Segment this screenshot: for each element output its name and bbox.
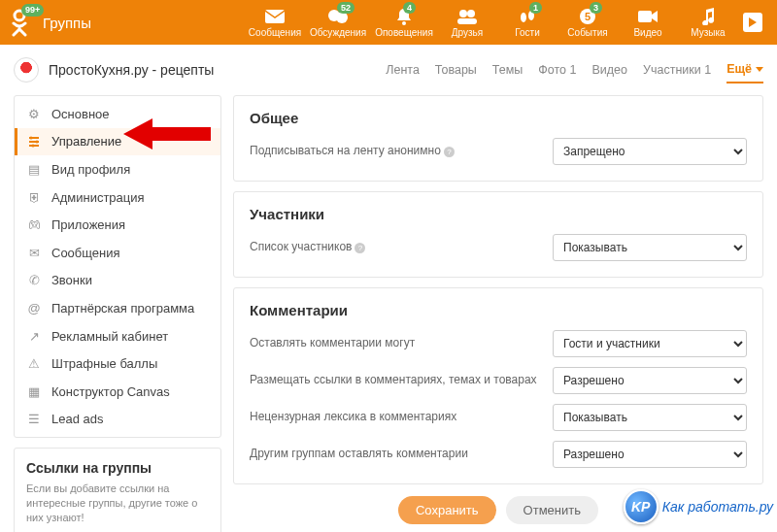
sidebar-item-lead-ads[interactable]: ☰Lead ads <box>15 406 220 434</box>
play-icon <box>743 13 762 32</box>
tab-more[interactable]: Ещё <box>726 56 763 83</box>
phone-icon: ✆ <box>26 273 42 288</box>
top-bar: 99+ Группы Сообщения 52 Обсуждения 4 Опо… <box>0 0 777 45</box>
sidebar-item-ads[interactable]: ↗Рекламный кабинет <box>15 322 220 350</box>
envelope-icon: ✉ <box>26 245 42 260</box>
list-icon: ☰ <box>26 412 42 427</box>
row-members-list: Список участников? Показывать <box>250 234 747 261</box>
sidebar-item-admin[interactable]: ⛨Администрация <box>15 183 220 212</box>
sidebar-item-partner[interactable]: @Партнёрская программа <box>15 294 220 322</box>
svg-point-13 <box>29 136 32 139</box>
svg-text:5: 5 <box>585 11 591 22</box>
tab-feed[interactable]: Лента <box>386 57 420 83</box>
header-section-label[interactable]: Группы <box>43 15 91 31</box>
alerts-count: 4 <box>403 2 416 14</box>
tab-products[interactable]: Товары <box>435 57 477 83</box>
nav-messages[interactable]: Сообщения <box>245 0 305 45</box>
tab-video[interactable]: Видео <box>591 57 627 83</box>
svg-point-5 <box>459 10 467 17</box>
row-links-in-comments: Размещать ссылки в комментариях, темах и… <box>250 367 747 394</box>
watermark-text: Как работать.ру <box>662 499 773 515</box>
sidebar-item-penalty[interactable]: ⚠Штрафные баллы <box>15 349 220 378</box>
other-groups-select[interactable]: Разрешено <box>553 441 747 468</box>
sliders-icon <box>26 134 42 150</box>
section-members: Участники Список участников? Показывать <box>233 191 763 278</box>
links-in-comments-label: Размещать ссылки в комментариях, темах и… <box>250 373 553 388</box>
group-title[interactable]: ПростоКухня.ру - рецепты <box>49 62 214 78</box>
members-list-select[interactable]: Показывать <box>553 234 747 261</box>
who-comments-label: Оставлять комментарии могут <box>250 336 553 351</box>
cancel-button[interactable]: Отменить <box>506 496 598 524</box>
svg-rect-12 <box>638 11 652 22</box>
row-anon-subscribe: Подписываться на ленту анонимно? Запреще… <box>250 138 747 165</box>
sidebar: ⚙Основное Управление ▤Вид профиля ⛨Админ… <box>14 95 221 532</box>
svg-point-6 <box>467 10 475 17</box>
profanity-select[interactable]: Показывать <box>553 404 747 431</box>
nav-play[interactable] <box>738 0 767 45</box>
ok-logo-icon: 99+ <box>10 8 31 37</box>
nav-music[interactable]: Музыка <box>678 0 738 45</box>
guests-count: 1 <box>529 2 542 14</box>
links-desc: Если вы добавите ссылки на интересные гр… <box>26 482 209 525</box>
document-icon: ▤ <box>26 161 42 177</box>
links-in-comments-select[interactable]: Разрешено <box>553 367 747 394</box>
subheader: ПростоКухня.ру - рецепты Лента Товары Те… <box>0 45 777 91</box>
content-columns: ⚙Основное Управление ▤Вид профиля ⛨Админ… <box>0 91 777 532</box>
nav-video[interactable]: Видео <box>618 0 678 45</box>
events-count: 3 <box>590 2 602 14</box>
sidebar-item-profile-view[interactable]: ▤Вид профиля <box>15 155 220 183</box>
nav-discussions[interactable]: 52 Обсуждения <box>305 0 371 45</box>
envelope-icon <box>264 8 286 25</box>
music-note-icon <box>697 8 719 25</box>
svg-point-15 <box>31 144 34 147</box>
sidebar-menu: ⚙Основное Управление ▤Вид профиля ⛨Админ… <box>14 95 221 438</box>
sidebar-item-management[interactable]: Управление <box>15 128 220 156</box>
help-icon[interactable]: ? <box>355 243 365 253</box>
gear-icon: ⚙ <box>26 106 42 121</box>
general-title: Общее <box>250 110 747 126</box>
anon-subscribe-label: Подписываться на ленту анонимно? <box>250 144 553 159</box>
tab-topics[interactable]: Темы <box>492 57 523 83</box>
controller-icon: 🎮︎ <box>26 217 42 233</box>
members-title: Участники <box>250 206 747 222</box>
tab-photos[interactable]: Фото 1 <box>538 57 576 83</box>
svg-point-14 <box>35 140 38 143</box>
main-content: Общее Подписываться на ленту анонимно? З… <box>233 95 763 530</box>
svg-point-8 <box>521 13 526 22</box>
people-icon <box>456 8 478 25</box>
profanity-label: Нецензурная лексика в комментариях <box>250 410 553 425</box>
svg-rect-7 <box>457 18 477 24</box>
sidebar-item-canvas[interactable]: ▦Конструктор Canvas <box>15 378 220 406</box>
top-nav: Сообщения 52 Обсуждения 4 Оповещения Дру… <box>245 0 767 45</box>
camera-icon <box>637 8 659 25</box>
sidebar-item-main[interactable]: ⚙Основное <box>15 100 220 128</box>
logo-badge: 99+ <box>21 4 44 17</box>
row-other-groups: Другим группам оставлять комментарии Раз… <box>250 441 747 468</box>
arrow-up-right-icon: ↗ <box>26 328 42 344</box>
row-profanity: Нецензурная лексика в комментариях Показ… <box>250 404 747 431</box>
shield-icon: ⛨ <box>26 189 42 205</box>
group-avatar[interactable] <box>14 57 39 83</box>
grid-icon: ▦ <box>26 383 42 399</box>
help-icon[interactable]: ? <box>444 147 455 157</box>
sidebar-item-messages[interactable]: ✉Сообщения <box>15 239 220 267</box>
logo-area[interactable]: 99+ Группы <box>0 0 105 45</box>
nav-alerts[interactable]: 4 Оповещения <box>371 0 437 45</box>
anon-subscribe-select[interactable]: Запрещено <box>553 138 747 165</box>
tab-members[interactable]: Участники 1 <box>643 57 711 83</box>
nav-events[interactable]: 5 3 События <box>557 0 618 45</box>
section-general: Общее Подписываться на ленту анонимно? З… <box>233 95 763 182</box>
svg-rect-1 <box>265 10 285 23</box>
sidebar-item-calls[interactable]: ✆Звонки <box>15 267 220 295</box>
members-list-label: Список участников? <box>250 240 553 255</box>
who-comments-select[interactable]: Гости и участники <box>553 330 747 357</box>
nav-guests[interactable]: 1 Гости <box>497 0 557 45</box>
section-comments: Комментарии Оставлять комментарии могут … <box>233 287 763 484</box>
warning-icon: ⚠ <box>26 356 42 372</box>
save-button[interactable]: Сохранить <box>398 496 496 524</box>
chevron-down-icon <box>756 67 763 72</box>
watermark-badge: KP <box>624 489 659 524</box>
other-groups-label: Другим группам оставлять комментарии <box>250 447 553 462</box>
sidebar-item-apps[interactable]: 🎮︎Приложения <box>15 211 220 239</box>
nav-friends[interactable]: Друзья <box>437 0 497 45</box>
